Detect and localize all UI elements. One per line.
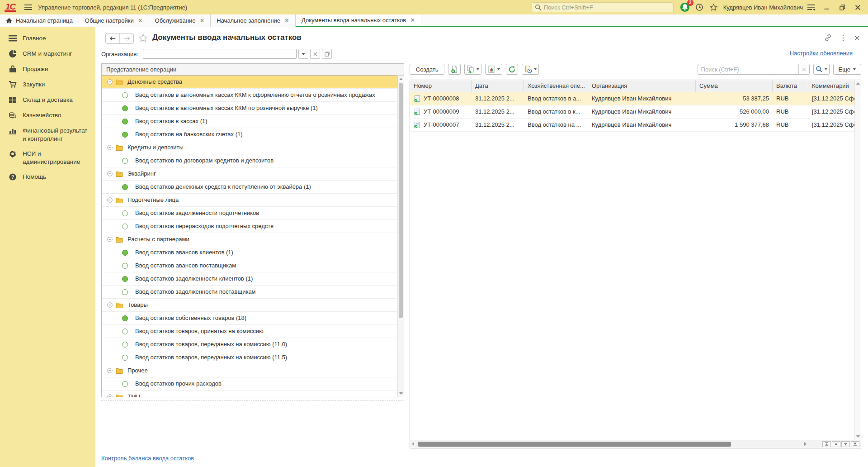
tree-item-row[interactable]: Ввод остатков на банковских счетах (1) bbox=[102, 128, 397, 141]
tree-group-row[interactable]: Прочее bbox=[102, 364, 397, 377]
sidebar-item-admin[interactable]: НСИ и администрирование bbox=[0, 146, 95, 169]
global-search-input[interactable] bbox=[544, 4, 670, 11]
tree-group-row[interactable]: Товары bbox=[102, 299, 397, 312]
tree-group-row[interactable]: ТМЦ bbox=[102, 391, 397, 397]
more-actions-button[interactable]: Еще bbox=[833, 64, 861, 75]
tree-item-row[interactable]: Ввод остатков товаров, переданных на ком… bbox=[102, 338, 397, 351]
column-header[interactable]: Валюта bbox=[773, 80, 808, 92]
tree-group-row[interactable]: Эквайринг bbox=[102, 167, 397, 181]
get-link-icon[interactable] bbox=[824, 34, 832, 42]
sidebar-item-treasury[interactable]: Казначейство bbox=[0, 108, 95, 123]
notifications-icon[interactable]: 2 bbox=[679, 2, 691, 13]
refresh-button[interactable] bbox=[506, 64, 518, 75]
close-button[interactable] bbox=[852, 2, 863, 13]
collapse-icon[interactable] bbox=[107, 394, 113, 397]
sidebar-item-warehouse[interactable]: Склад и доставка bbox=[0, 92, 95, 108]
tree-item-row[interactable]: Ввод остатков в кассах (1) bbox=[102, 115, 397, 128]
minimize-button[interactable] bbox=[821, 2, 833, 13]
organization-input[interactable] bbox=[143, 49, 297, 59]
tree-item-row[interactable]: Ввод остатков товаров, принятых на комис… bbox=[102, 325, 397, 338]
tree-item-row[interactable]: Ввод остатков денежных средств к поступл… bbox=[102, 181, 397, 194]
back-button[interactable] bbox=[106, 33, 120, 43]
scroll-down-icon[interactable] bbox=[399, 392, 403, 395]
sidebar-item-purchases[interactable]: Закупки bbox=[0, 77, 95, 92]
list-search-clear-icon[interactable] bbox=[798, 64, 809, 74]
list-search[interactable] bbox=[698, 64, 810, 75]
scroll-right-icon[interactable] bbox=[804, 442, 807, 446]
table-vertical-scrollbar[interactable] bbox=[854, 80, 861, 440]
sidebar-item-main[interactable]: Главное bbox=[0, 31, 95, 46]
collapse-icon[interactable] bbox=[107, 171, 113, 176]
table-row[interactable]: УТ-0000000931.12.2025 2...Ввод остатков … bbox=[410, 105, 861, 119]
scroll-down-icon[interactable] bbox=[856, 435, 860, 438]
tab-close-icon[interactable]: ✕ bbox=[410, 17, 415, 24]
column-header[interactable]: Номер bbox=[410, 80, 472, 92]
tree-item-row[interactable]: Ввод остатков перерасходов подотчетных с… bbox=[102, 220, 397, 233]
go-to-bottom-button[interactable] bbox=[851, 441, 859, 447]
table-row[interactable]: УТ-0000000731.12.2025 2...Ввод остатков … bbox=[410, 119, 861, 132]
update-settings-link[interactable]: Настройки обновления bbox=[790, 50, 853, 57]
tab-4[interactable]: Начальное заполнение✕ bbox=[211, 14, 296, 27]
tree-item-row[interactable]: Ввод остатков товаров, переданных на ком… bbox=[102, 351, 397, 364]
tree-item-row[interactable]: Ввод остатков в автономных кассах ККМ к … bbox=[102, 89, 397, 102]
collapse-icon[interactable] bbox=[107, 197, 113, 203]
sidebar-item-sales[interactable]: Продажи bbox=[0, 62, 95, 77]
scroll-up-icon[interactable] bbox=[399, 78, 403, 80]
scroll-left-icon[interactable] bbox=[412, 442, 414, 446]
tab-close-icon[interactable]: ✕ bbox=[284, 17, 289, 24]
user-name[interactable]: Кудрявцев Иван Михайлович bbox=[723, 4, 803, 11]
tree-scroll-thumb[interactable] bbox=[399, 83, 403, 318]
tree-group-row[interactable]: Подотчетные лица bbox=[102, 194, 397, 207]
list-search-input[interactable] bbox=[698, 66, 798, 73]
close-form-icon[interactable] bbox=[854, 35, 860, 41]
tab-5-active[interactable]: Документы ввода начальных остатков✕ bbox=[296, 14, 421, 27]
tab-3[interactable]: Обслуживание✕ bbox=[149, 14, 211, 27]
tree-item-row[interactable]: Ввод остатков собственных товаров (18) bbox=[102, 312, 397, 325]
table-horizontal-scrollbar[interactable] bbox=[410, 440, 861, 448]
column-header[interactable]: Комментарий bbox=[808, 80, 861, 92]
column-header[interactable]: Дата bbox=[472, 80, 524, 92]
tree-item-row[interactable]: Ввод остатков задолженности клиентов (1) bbox=[102, 272, 397, 286]
table-row[interactable]: УТ-0000000831.12.2025 2...Ввод остатков … bbox=[410, 92, 861, 105]
global-search[interactable] bbox=[532, 2, 674, 12]
tab-1[interactable]: Начальная страница bbox=[0, 14, 79, 27]
hscroll-thumb[interactable] bbox=[418, 442, 731, 447]
tree-item-row[interactable]: Ввод остатков по договорам кредитов и де… bbox=[102, 154, 397, 167]
page-down-button[interactable] bbox=[841, 441, 850, 447]
add-to-favorites-icon[interactable] bbox=[138, 33, 148, 44]
more-menu-icon[interactable]: ⋮ bbox=[840, 33, 847, 42]
print-report-button[interactable] bbox=[485, 64, 502, 75]
tree-item-row[interactable]: Ввод остатков авансов клиентов (1) bbox=[102, 246, 397, 259]
sidebar-item-crm[interactable]: CRM и маркетинг bbox=[0, 46, 95, 62]
collapse-icon[interactable] bbox=[107, 302, 113, 308]
service-menu-icon[interactable] bbox=[806, 2, 817, 13]
tree-column-header[interactable]: Представление операции bbox=[102, 64, 404, 76]
forward-button[interactable] bbox=[120, 33, 133, 43]
page-up-button[interactable] bbox=[832, 441, 840, 447]
organization-open-button[interactable] bbox=[322, 49, 332, 59]
balance-control-link[interactable]: Контроль баланса ввода остатков bbox=[101, 455, 194, 462]
sidebar-item-finance[interactable]: Финансовый результат и контроллинг bbox=[0, 123, 95, 146]
favorites-icon[interactable] bbox=[708, 2, 720, 13]
restore-button[interactable] bbox=[836, 2, 848, 13]
sidebar-item-help[interactable]: ?Помощь bbox=[0, 169, 95, 185]
column-header[interactable]: Организация bbox=[588, 80, 696, 92]
tab-2[interactable]: Общие настройки✕ bbox=[79, 14, 149, 27]
scroll-up-icon[interactable] bbox=[856, 82, 860, 85]
go-to-top-button[interactable] bbox=[822, 441, 831, 447]
tab-close-icon[interactable]: ✕ bbox=[138, 17, 143, 24]
tree-item-row[interactable]: Ввод остатков задолженности подотчетнико… bbox=[102, 207, 397, 220]
organization-dropdown-button[interactable] bbox=[298, 49, 308, 59]
advanced-search-button[interactable] bbox=[813, 64, 830, 75]
set-period-button[interactable] bbox=[522, 64, 539, 75]
collapse-icon[interactable] bbox=[107, 145, 113, 150]
collapse-icon[interactable] bbox=[107, 79, 113, 85]
collapse-icon[interactable] bbox=[107, 368, 113, 373]
tree-item-row[interactable]: Ввод остатков задолженности поставщикам bbox=[102, 286, 397, 299]
tree-group-row[interactable]: Расчеты с партнерами bbox=[102, 233, 397, 246]
copy-document-button[interactable] bbox=[464, 64, 481, 75]
tree-group-row[interactable]: Кредиты и депозиты bbox=[102, 141, 397, 154]
panel-splitter[interactable] bbox=[101, 400, 404, 400]
tree-item-row[interactable]: Ввод остатков авансов поставщикам bbox=[102, 259, 397, 272]
new-document-button[interactable] bbox=[448, 64, 461, 75]
